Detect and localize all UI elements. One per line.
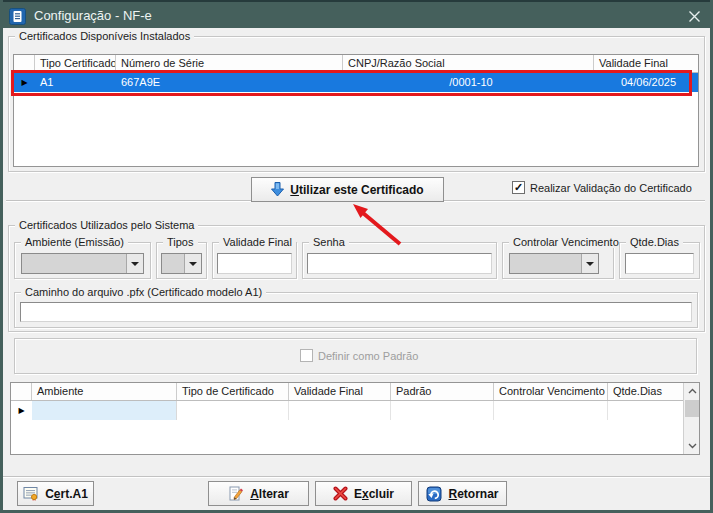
excluir-button[interactable]: Excluir: [315, 481, 412, 506]
button-label: Retornar: [448, 487, 498, 501]
title-bar: Configuração - NF-e: [0, 0, 713, 28]
cert-a1-button[interactable]: Cert.A1: [17, 481, 94, 506]
blue-down-arrow-icon: [271, 182, 284, 197]
selector-column-header: [11, 383, 32, 400]
chevron-down-icon[interactable]: [581, 254, 598, 273]
validar-certificado-checkbox-row: ✓ Realizar Validação do Certificado: [512, 181, 692, 194]
button-label: Cert.A1: [45, 487, 88, 501]
cell-tipo: [177, 401, 289, 420]
group-label: Certificados Disponíveis Instalados: [15, 30, 194, 42]
retornar-button[interactable]: Retornar: [418, 481, 507, 506]
ambiente-emissao-select[interactable]: [21, 253, 144, 274]
padrao-panel: Definir como Padrão: [14, 338, 697, 374]
button-label: Excluir: [354, 487, 394, 501]
red-x-delete-icon: [333, 486, 348, 501]
cell-controlar: [494, 401, 608, 420]
check-icon: ✓: [514, 182, 523, 193]
column-header[interactable]: Validade Final: [289, 383, 391, 400]
window-border-left: [0, 0, 3, 513]
checkbox-label: Realizar Validação do Certificado: [530, 182, 692, 194]
annotation-highlight-rectangle: [11, 70, 692, 96]
button-label: Alterar: [250, 487, 289, 501]
chevron-down-icon[interactable]: [126, 254, 143, 273]
alterar-button[interactable]: Alterar: [208, 481, 309, 506]
column-header[interactable]: Controlar Vencimento: [494, 383, 608, 400]
field-label: Validade Final: [219, 236, 296, 248]
scrollbar-thumb[interactable]: [685, 400, 699, 417]
cell-qtde: [608, 401, 683, 420]
definir-padrao-checkbox-row: Definir como Padrão: [300, 349, 418, 362]
table-row-empty[interactable]: ▶: [11, 401, 683, 420]
tipos-select[interactable]: [161, 253, 202, 274]
annotation-arrow: [338, 196, 418, 252]
validade-final-input[interactable]: [217, 253, 292, 274]
checkbox-checked[interactable]: ✓: [512, 181, 525, 194]
senha-input[interactable]: [307, 253, 492, 274]
field-label: Controlar Vencimento: [509, 236, 623, 248]
column-header[interactable]: Padrão: [391, 383, 494, 400]
window-title: Configuração - NF-e: [34, 8, 152, 23]
qtde-dias-input[interactable]: [625, 253, 694, 274]
scroll-down-icon[interactable]: [684, 438, 700, 454]
scroll-up-icon[interactable]: [684, 383, 700, 399]
field-label: Tipos: [163, 236, 198, 248]
field-label: Qtde.Dias: [626, 236, 683, 248]
controlar-vencimento-select[interactable]: [509, 253, 599, 274]
button-label: Utilizar este Certificado: [290, 183, 423, 197]
checkbox-label: Definir como Padrão: [318, 350, 418, 362]
footer-divider: [3, 476, 710, 478]
field-label: Caminho do arquivo .pfx (Certificado mod…: [21, 286, 266, 298]
combo-value: [22, 254, 126, 273]
close-icon[interactable]: [684, 7, 704, 25]
caminho-pfx-input[interactable]: [20, 302, 692, 322]
group-label: Certificados Utilizados pelo Sistema: [15, 219, 198, 231]
cell-validade: [289, 401, 391, 420]
field-label: Ambiente (Emissão): [21, 236, 128, 248]
column-header[interactable]: Qtde.Dias: [608, 383, 683, 400]
chevron-down-icon[interactable]: [184, 254, 201, 273]
checkbox-unchecked[interactable]: [300, 349, 313, 362]
cell-padrao: [391, 401, 494, 420]
table-header-row: Ambiente Tipo de Certificado Validade Fi…: [11, 383, 683, 401]
column-header[interactable]: Ambiente: [32, 383, 177, 400]
nfe-document-icon: [9, 8, 26, 25]
column-header[interactable]: Tipo de Certificado: [177, 383, 289, 400]
system-certificates-table[interactable]: Ambiente Tipo de Certificado Validade Fi…: [10, 382, 700, 455]
dialog-configuracao-nfe: Configuração - NF-e Certificados Disponí…: [0, 0, 713, 513]
cell-ambiente: [32, 401, 177, 420]
combo-value: [162, 254, 184, 273]
vertical-scrollbar[interactable]: [683, 383, 699, 454]
edit-pencil-icon: [228, 486, 244, 502]
combo-value: [510, 254, 581, 273]
row-selector-icon: ▶: [11, 401, 32, 420]
return-back-icon: [426, 486, 442, 502]
certificate-icon: [23, 486, 39, 502]
